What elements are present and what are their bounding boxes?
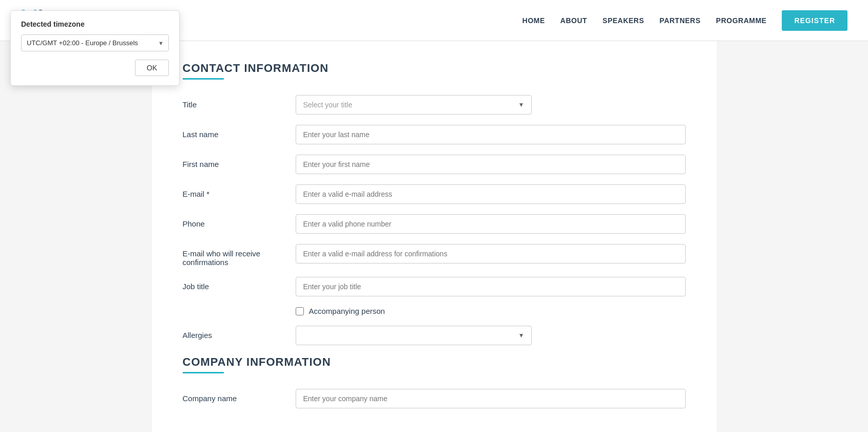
form-row-firstname: First name <box>183 155 686 174</box>
form-row-lastname: Last name <box>183 125 686 144</box>
accompanying-checkbox[interactable] <box>296 307 304 315</box>
company-section-title: COMPANY INFORMATION <box>183 355 686 369</box>
accompanying-row: Accompanying person <box>296 307 686 315</box>
confirmation-email-input[interactable] <box>296 244 686 264</box>
label-companyname: Company name <box>183 389 296 403</box>
contact-section-underline <box>183 78 224 80</box>
label-firstname: First name <box>183 155 296 168</box>
timezone-select[interactable]: UTC/GMT +02:00 - Europe / Brussels <box>21 34 169 51</box>
main-nav: HOME ABOUT SPEAKERS PARTNERS PROGRAMME R… <box>523 10 847 31</box>
form-row-phone: Phone <box>183 214 686 234</box>
form-row-jobtitle: Job title <box>183 277 686 296</box>
register-button[interactable]: REGISTER <box>782 10 847 31</box>
label-title: Title <box>183 95 296 109</box>
last-name-input[interactable] <box>296 125 686 144</box>
job-title-input[interactable] <box>296 277 686 296</box>
form-row-email: E-mail * <box>183 184 686 204</box>
timezone-popup: Detected timezone UTC/GMT +02:00 - Europ… <box>10 10 180 86</box>
email-input[interactable] <box>296 184 686 204</box>
label-jobtitle: Job title <box>183 277 296 291</box>
accompanying-label: Accompanying person <box>309 307 385 315</box>
contact-section: CONTACT INFORMATION Title Select your ti… <box>183 62 686 345</box>
popup-ok-row: OK <box>21 60 169 76</box>
label-lastname: Last name <box>183 125 296 139</box>
popup-title: Detected timezone <box>21 20 169 28</box>
allergies-select-wrapper: None Gluten Lactose Nuts ▼ <box>296 326 532 345</box>
title-select-wrapper: Select your title Mr Mrs Ms Dr Prof ▼ <box>296 95 532 115</box>
timezone-select-wrapper: UTC/GMT +02:00 - Europe / Brussels ▼ <box>21 34 169 51</box>
title-select[interactable]: Select your title Mr Mrs Ms Dr Prof <box>296 95 532 115</box>
nav-partners[interactable]: PARTNERS <box>660 16 701 25</box>
company-section-underline <box>183 372 224 373</box>
first-name-input[interactable] <box>296 155 686 174</box>
form-row-confirm-email: E-mail who will receive confirmations <box>183 244 686 267</box>
form-row-allergies: Allergies None Gluten Lactose Nuts ▼ <box>183 326 686 345</box>
company-name-input[interactable] <box>296 389 686 408</box>
ok-button[interactable]: OK <box>135 60 169 76</box>
label-email: E-mail * <box>183 184 296 198</box>
company-section: COMPANY INFORMATION Company name <box>183 355 686 408</box>
nav-speakers[interactable]: SPEAKERS <box>603 16 644 25</box>
contact-section-title: CONTACT INFORMATION <box>183 62 686 75</box>
label-phone: Phone <box>183 214 296 228</box>
nav-about[interactable]: ABOUT <box>561 16 587 25</box>
label-allergies: Allergies <box>183 326 296 340</box>
main-content: CONTACT INFORMATION Title Select your ti… <box>152 41 717 432</box>
nav-programme[interactable]: PROGRAMME <box>716 16 767 25</box>
label-confirm-email: E-mail who will receive confirmations <box>183 244 296 267</box>
form-row-companyname: Company name <box>183 389 686 408</box>
allergies-select[interactable]: None Gluten Lactose Nuts <box>296 326 532 345</box>
nav-home[interactable]: HOME <box>523 16 545 25</box>
phone-input[interactable] <box>296 214 686 234</box>
form-row-title: Title Select your title Mr Mrs Ms Dr Pro… <box>183 95 686 115</box>
